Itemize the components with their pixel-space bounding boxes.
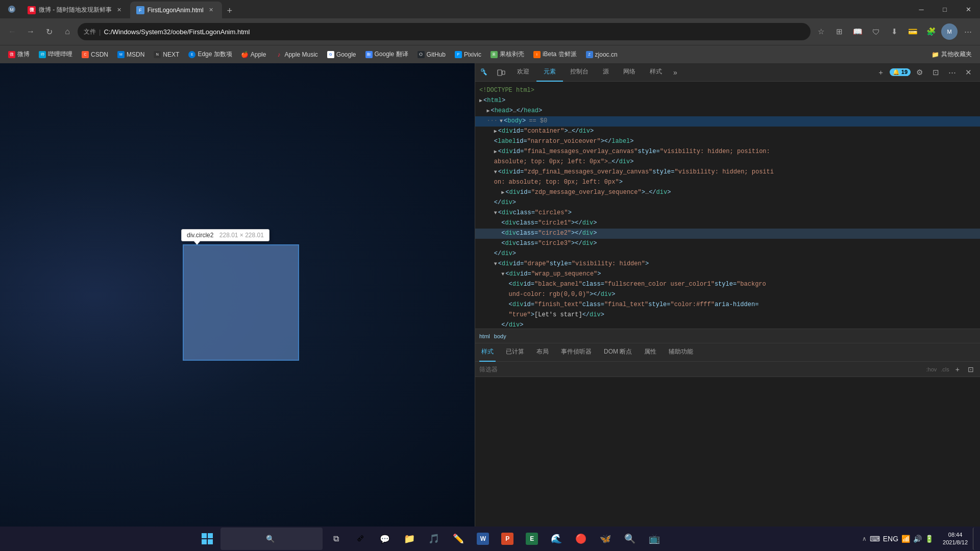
refresh-button[interactable]: ↻ (41, 23, 57, 40)
bottom-tab-dom-breakpoints[interactable]: DOM 断点 (602, 343, 634, 362)
favorites-button[interactable]: ☆ (813, 23, 829, 40)
bookmark-ibeta[interactable]: i iBeta 尝鲜派 (529, 48, 581, 61)
code-line-circle3[interactable]: <div class="circle3" ></div> (475, 239, 980, 249)
code-line-label[interactable]: <label id="narrator_voiceover" ></label> (475, 137, 980, 147)
filter-add-btn[interactable]: + (953, 364, 962, 374)
taskbar-media-button[interactable]: 🎵 (423, 528, 445, 550)
code-line-body[interactable]: ··· ▼ <body> == $0 (475, 116, 980, 127)
bookmark-next[interactable]: N NEXT (150, 49, 183, 60)
bottom-tab-accessibility[interactable]: 辅助功能 (667, 343, 695, 362)
bookmark-msdn[interactable]: M MSDN (113, 49, 149, 60)
code-line-circle2[interactable]: <div class="circle2" ></div> (475, 229, 980, 239)
bottom-tab-layout[interactable]: 布局 (534, 343, 551, 362)
bottom-tab-styles[interactable]: 样式 (479, 343, 496, 362)
bookmark-github[interactable]: ⌬ GitHub (413, 49, 450, 60)
code-line-black-panel-2[interactable]: und-color: rgb(0,0,0)" ></div> (475, 290, 980, 300)
filter-expand-btn[interactable]: ⊡ (966, 364, 976, 374)
battery-icon[interactable]: 🔋 (925, 535, 934, 543)
minimize-button[interactable]: ─ (910, 0, 933, 18)
tab-weibo[interactable]: 微 微博 - 随时随地发现新鲜事 ✕ (21, 2, 130, 18)
code-line-circle1[interactable]: <div class="circle1" ></div> (475, 218, 980, 229)
devtools-tab-overflow[interactable]: » (669, 63, 681, 82)
bookmark-pixivic[interactable]: P Pixivic (451, 49, 485, 60)
devtools-dock-btn[interactable]: ⊡ (928, 65, 943, 80)
bottom-tab-computed[interactable]: 已计算 (504, 343, 526, 362)
devtools-tab-styles[interactable]: 样式 (643, 63, 669, 82)
bookmark-weibo[interactable]: 微 微博 (4, 48, 34, 61)
show-desktop-button[interactable] (973, 528, 976, 550)
browser-essentials-button[interactable]: 🛡 (868, 23, 884, 40)
code-line-circles-open[interactable]: ▼ <div class="circles" > (475, 208, 980, 218)
code-line-black-panel[interactable]: <div id="black_panel" class="fullscreen_… (475, 280, 980, 290)
bookmark-zjooc[interactable]: Z zjooc.cn (582, 49, 622, 60)
code-line-zdp-close[interactable]: </div> (475, 198, 980, 208)
taskbar-excel-button[interactable]: E (521, 528, 543, 550)
code-line-html-open[interactable]: ▶ <html> (475, 96, 980, 106)
tab-firstlogon[interactable]: F FirstLogonAnim.html ✕ (130, 2, 222, 18)
profile-menu-btn[interactable]: M (4, 2, 19, 17)
maximize-button[interactable]: □ (933, 0, 957, 18)
bookmark-csdn[interactable]: C CSDN (78, 49, 112, 60)
taskbar-edge-button[interactable]: 🌊 (545, 528, 568, 550)
bookmarks-more-button[interactable]: 📁 其他收藏夹 (927, 48, 976, 61)
new-tab-button[interactable]: + (222, 3, 237, 18)
devtools-tab-elements[interactable]: 元素 (536, 63, 563, 82)
code-line-zdp-open[interactable]: ▼ <div id="zdp_final_messages_overlay_ca… (475, 167, 980, 178)
language-indicator[interactable]: ENG (883, 535, 898, 543)
devtools-tab-welcome[interactable]: 欢迎 (510, 63, 536, 82)
code-line-finish-text-2[interactable]: "true" > [Let's start] </div> (475, 310, 980, 320)
bookmark-apple-music[interactable]: ♪ Apple Music (271, 49, 322, 60)
code-line-finish-text[interactable]: <div id="finish_text" class="final_text"… (475, 300, 980, 310)
taskbar-widgets-button[interactable]: 🗞 (349, 528, 372, 550)
code-line-doctype[interactable]: <!DOCTYPE html> (475, 86, 980, 96)
code-line-circles-close[interactable]: </div> (475, 249, 980, 259)
taskbar-explorer-button[interactable]: 📁 (398, 528, 421, 550)
show-hidden-icons-btn[interactable]: ∧ (862, 535, 867, 542)
taskbar-ppt-button[interactable]: P (496, 528, 519, 550)
devtools-code-area[interactable]: <!DOCTYPE html> ▶ <html> ▶ <head>…</head… (475, 82, 980, 329)
bookmark-apple[interactable]: 🍎 Apple (237, 49, 271, 60)
forward-button[interactable]: → (22, 23, 39, 40)
devtools-settings-btn[interactable]: ⚙ (912, 65, 927, 80)
code-line-zdp-style[interactable]: on: absolute; top: 0px; left: 0px"> (475, 178, 980, 188)
code-line-final-overlay[interactable]: ▶ <div id="final_messages_overlay_canvas… (475, 147, 980, 157)
code-line-head[interactable]: ▶ <head>…</head> (475, 106, 980, 116)
volume-icon[interactable]: 🔊 (913, 535, 922, 543)
breadcrumb-body[interactable]: body (494, 333, 506, 339)
taskbar-capture-button[interactable]: 📺 (643, 528, 666, 550)
close-button[interactable]: ✕ (957, 0, 980, 18)
bookmark-bilibili[interactable]: 哔 哔哩哔哩 (35, 48, 77, 61)
breadcrumb-html[interactable]: html (479, 333, 490, 339)
code-line-wrapup-close[interactable]: </div> (475, 320, 980, 329)
browser-wallet-button[interactable]: 💳 (904, 23, 921, 40)
devtools-add-btn[interactable]: + (873, 65, 889, 80)
code-line-final-overlay-2[interactable]: absolute; top: 0px; left: 0px">…</div> (475, 157, 980, 167)
extensions-button[interactable]: 🧩 (923, 23, 939, 40)
profile-button[interactable]: M (941, 23, 958, 40)
devtools-device-btn[interactable] (494, 65, 509, 80)
code-line-drape-open[interactable]: ▼ <div id="drape" style="visibility: hid… (475, 259, 980, 269)
tab-weibo-close[interactable]: ✕ (115, 6, 124, 15)
bookmark-edge-addons[interactable]: E Edge 加数项 (184, 48, 236, 61)
devtools-close-btn[interactable]: ✕ (961, 65, 976, 80)
taskbar-search2-button[interactable]: 🔍 (619, 528, 641, 550)
taskbar-chat-button[interactable]: 💬 (374, 528, 396, 550)
home-button[interactable]: ⌂ (59, 23, 76, 40)
url-bar[interactable]: 文件 | C:/Windows/System32/oobe/FirstLogon… (78, 23, 811, 40)
bookmark-google[interactable]: G Google (323, 49, 360, 60)
taskbar-search-button[interactable]: 🔍 (220, 528, 323, 550)
code-line-wrapup-open[interactable]: ▼ <div id="wrap_up_sequence" > (475, 269, 980, 280)
downloads-button[interactable]: ⬇ (886, 23, 902, 40)
style-filter-input[interactable] (479, 366, 922, 373)
collections-button[interactable]: ⊞ (831, 23, 847, 40)
taskbar-stickynotes-button[interactable]: ✏️ (447, 528, 470, 550)
devtools-notification-badge[interactable]: 🔔 19 (890, 68, 911, 76)
bottom-tab-event-listeners[interactable]: 事件侦听器 (559, 343, 594, 362)
wifi-icon[interactable]: 📶 (901, 535, 910, 543)
taskbar-clock[interactable]: 08:44 2021/8/12 (939, 531, 972, 547)
code-line-zdp-seq[interactable]: ▶ <div id="zdp_message_overlay_sequence"… (475, 188, 980, 198)
tab-firstlogon-close[interactable]: ✕ (207, 6, 216, 15)
devtools-tab-console[interactable]: 控制台 (563, 63, 596, 82)
bookmark-google-translate[interactable]: 翻 Google 翻译 (361, 48, 412, 61)
reading-view-button[interactable]: 📖 (849, 23, 866, 40)
